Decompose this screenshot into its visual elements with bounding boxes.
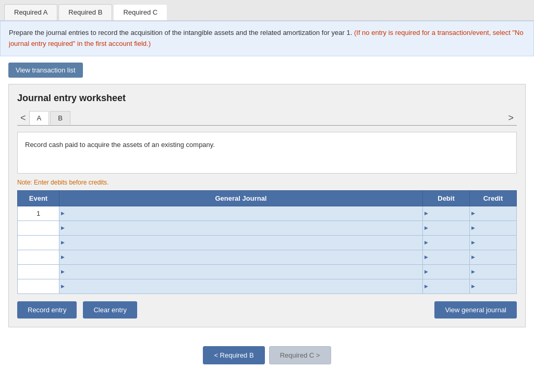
worksheet-prev-btn[interactable]: <	[17, 113, 29, 124]
worksheet-tab-bar: < A B >	[17, 111, 517, 126]
event-cell	[18, 250, 59, 264]
table-row	[18, 235, 517, 250]
table-row	[18, 250, 517, 264]
description-box: Record cash paid to acquire the assets o…	[17, 132, 517, 174]
next-nav-btn[interactable]: Required C >	[269, 346, 331, 364]
top-tab-bar: Required A Required B Required C	[0, 0, 534, 21]
credit-cell[interactable]	[470, 220, 517, 235]
clear-entry-button[interactable]: Clear entry	[83, 301, 137, 318]
debit-input[interactable]	[423, 279, 469, 293]
instruction-area: Prepare the journal entries to record th…	[0, 21, 534, 56]
debit-cell[interactable]	[423, 250, 470, 264]
debit-input[interactable]	[423, 221, 469, 235]
general-journal-input[interactable]	[59, 250, 422, 264]
worksheet-tab-b[interactable]: B	[50, 111, 70, 125]
event-cell	[18, 279, 59, 293]
tab-required-a[interactable]: Required A	[4, 4, 57, 20]
worksheet-next-btn[interactable]: >	[505, 113, 517, 124]
general-journal-cell[interactable]	[59, 235, 423, 250]
credit-input[interactable]	[470, 279, 516, 293]
general-journal-input[interactable]	[59, 236, 422, 250]
col-event: Event	[18, 190, 59, 206]
record-entry-button[interactable]: Record entry	[17, 301, 77, 318]
table-row	[18, 220, 517, 235]
journal-table: Event General Journal Debit Credit 1	[17, 190, 517, 294]
credit-input[interactable]	[470, 250, 516, 264]
event-cell: 1	[18, 206, 59, 220]
col-credit: Credit	[470, 190, 517, 206]
general-journal-cell[interactable]	[59, 264, 423, 279]
debit-input[interactable]	[423, 265, 469, 279]
general-journal-cell[interactable]	[59, 250, 423, 264]
col-debit: Debit	[423, 190, 470, 206]
col-general-journal: General Journal	[59, 190, 423, 206]
general-journal-input[interactable]	[59, 279, 422, 293]
credit-cell[interactable]	[470, 235, 517, 250]
description-text: Record cash paid to acquire the assets o…	[25, 141, 215, 149]
general-journal-cell[interactable]	[59, 279, 423, 293]
worksheet-container: Journal entry worksheet < A B > Record c…	[8, 84, 526, 327]
general-journal-input[interactable]	[59, 221, 422, 235]
table-row	[18, 279, 517, 293]
instruction-main-text: Prepare the journal entries to record th…	[9, 29, 352, 36]
table-row: 1	[18, 206, 517, 220]
action-buttons: Record entry Clear entry View general jo…	[17, 301, 517, 318]
debit-input[interactable]	[423, 206, 469, 220]
credit-input[interactable]	[470, 221, 516, 235]
event-cell	[18, 264, 59, 279]
view-general-journal-button[interactable]: View general journal	[434, 301, 517, 318]
view-transaction-button[interactable]: View transaction list	[8, 63, 83, 78]
debit-cell[interactable]	[423, 206, 470, 220]
debit-input[interactable]	[423, 250, 469, 264]
table-row	[18, 264, 517, 279]
worksheet-title: Journal entry worksheet	[17, 93, 517, 104]
credit-input[interactable]	[470, 265, 516, 279]
general-journal-input[interactable]	[59, 265, 422, 279]
tab-required-b[interactable]: Required B	[58, 4, 112, 20]
event-cell	[18, 220, 59, 235]
general-journal-cell[interactable]	[59, 206, 423, 220]
debit-cell[interactable]	[423, 235, 470, 250]
event-cell	[18, 235, 59, 250]
credit-cell[interactable]	[470, 250, 517, 264]
credit-cell[interactable]	[470, 279, 517, 293]
credit-input[interactable]	[470, 206, 516, 220]
note-text: Note: Enter debits before credits.	[17, 179, 517, 186]
debit-cell[interactable]	[423, 279, 470, 293]
credit-cell[interactable]	[470, 264, 517, 279]
general-journal-input[interactable]	[59, 206, 422, 220]
general-journal-cell[interactable]	[59, 220, 423, 235]
debit-input[interactable]	[423, 236, 469, 250]
debit-cell[interactable]	[423, 220, 470, 235]
credit-input[interactable]	[470, 236, 516, 250]
worksheet-tab-a[interactable]: A	[29, 111, 50, 125]
prev-nav-btn[interactable]: < Required B	[203, 346, 264, 364]
debit-cell[interactable]	[423, 264, 470, 279]
tab-required-c[interactable]: Required C	[113, 4, 167, 20]
bottom-nav: < Required B Required C >	[0, 336, 534, 375]
credit-cell[interactable]	[470, 206, 517, 220]
